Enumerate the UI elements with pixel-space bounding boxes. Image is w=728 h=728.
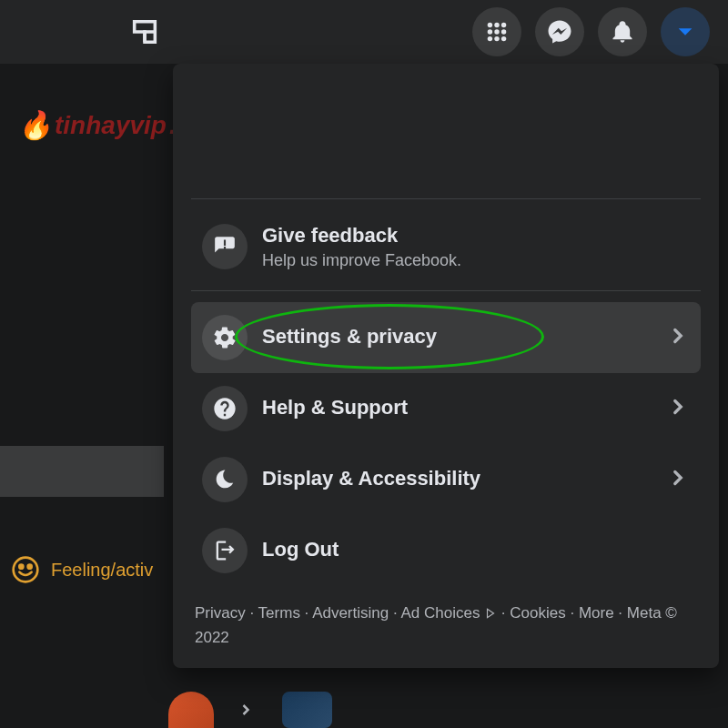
svg-point-3 [488, 29, 492, 34]
footer-terms[interactable]: Terms [258, 604, 300, 622]
divider [191, 290, 701, 291]
logout-icon [202, 528, 248, 573]
chevron-right-icon [666, 466, 690, 493]
svg-point-4 [494, 29, 499, 34]
gear-icon [202, 315, 248, 360]
flame-icon: 🔥 [18, 109, 52, 141]
svg-point-1 [494, 23, 499, 27]
help-icon [202, 386, 248, 431]
story-avatar-2[interactable] [282, 692, 332, 728]
svg-point-2 [501, 23, 506, 27]
svg-point-5 [501, 29, 506, 34]
messenger-button[interactable] [535, 7, 584, 56]
moon-icon [202, 457, 248, 502]
watermark-text: tinhayvip [55, 111, 167, 140]
chevron-right-icon [237, 701, 255, 723]
footer-adchoices[interactable]: Ad Choices [400, 604, 480, 622]
divider [191, 198, 701, 199]
story-avatar-1[interactable] [168, 692, 214, 728]
footer-cookies[interactable]: Cookies [510, 604, 565, 622]
settings-privacy-item[interactable]: Settings & privacy [191, 302, 701, 373]
settings-title: Settings & privacy [262, 324, 666, 350]
footer-advertising[interactable]: Advertising [312, 604, 389, 622]
help-support-item[interactable]: Help & Support [191, 373, 701, 444]
svg-point-6 [488, 36, 492, 41]
feeling-activity-button[interactable]: Feeling/activ [11, 555, 153, 584]
display-title: Display & Accessibility [262, 466, 666, 492]
menu-grid-button[interactable] [472, 7, 521, 56]
logout-title: Log Out [262, 537, 690, 563]
svg-point-8 [501, 36, 506, 41]
svg-point-7 [494, 36, 499, 41]
svg-point-11 [28, 565, 32, 569]
account-dropdown-menu: Give feedback Help us improve Facebook. … [173, 64, 719, 668]
feeling-label: Feeling/activ [51, 560, 153, 581]
feedback-icon [202, 224, 248, 269]
log-out-item[interactable]: Log Out [191, 515, 701, 586]
top-icons [472, 7, 710, 56]
footer-privacy[interactable]: Privacy [195, 604, 246, 622]
chevron-right-icon [666, 395, 690, 422]
help-title: Help & Support [262, 395, 666, 421]
svg-point-0 [488, 23, 492, 27]
feedback-title: Give feedback [262, 223, 690, 249]
footer-more[interactable]: More [579, 604, 614, 622]
feedback-subtitle: Help us improve Facebook. [262, 251, 690, 270]
chevron-right-icon [666, 324, 690, 351]
notifications-button[interactable] [598, 7, 647, 56]
footer-links: Privacy · Terms · Advertising · Ad Choic… [191, 601, 701, 650]
left-panel-bar [0, 446, 164, 497]
give-feedback-item[interactable]: Give feedback Help us improve Facebook. [191, 210, 701, 283]
display-accessibility-item[interactable]: Display & Accessibility [191, 444, 701, 515]
svg-point-9 [14, 558, 38, 582]
gaming-logo-icon[interactable] [127, 15, 162, 49]
account-dropdown-button[interactable] [661, 7, 710, 56]
svg-point-10 [19, 565, 23, 569]
top-bar [0, 0, 728, 64]
